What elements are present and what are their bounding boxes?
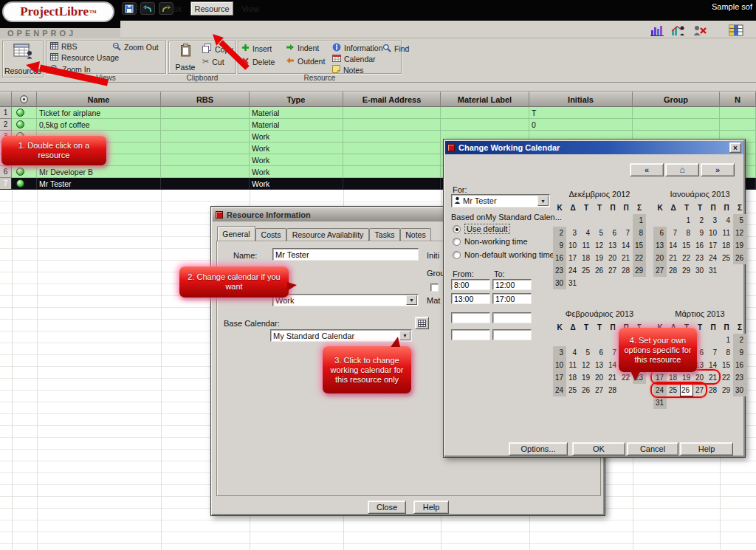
calendar-day[interactable]: 9 xyxy=(553,239,566,252)
cell-type[interactable]: Work xyxy=(250,178,343,190)
table-row[interactable]: 1Ticket for airplaneMaterialT xyxy=(0,107,756,119)
cut-button[interactable]: ✂ Cut xyxy=(202,57,224,66)
tab-view[interactable]: View xyxy=(235,1,266,16)
tab-costs[interactable]: Costs xyxy=(255,228,286,241)
calendar-day[interactable]: 25 xyxy=(720,252,733,264)
row-indicator-cell[interactable] xyxy=(12,107,37,119)
calendar-home-icon[interactable]: ⌂ xyxy=(665,163,699,176)
calendar-day[interactable]: 25 xyxy=(566,384,580,396)
calendar-day[interactable]: 27 xyxy=(606,264,619,277)
cell-group[interactable] xyxy=(633,119,720,131)
cell-email[interactable] xyxy=(343,131,441,142)
calendar-next-button[interactable]: » xyxy=(701,163,735,176)
calendar-day[interactable]: 23 xyxy=(693,252,707,264)
calendar-day[interactable]: 12 xyxy=(593,239,606,252)
calendar-day[interactable]: 29 xyxy=(720,384,733,396)
cell-material-label[interactable] xyxy=(441,107,529,119)
cell-name[interactable]: Ticket for airplane xyxy=(37,107,161,119)
calendar-day[interactable]: 25 xyxy=(580,264,593,277)
for-dropdown[interactable]: Mr Tester ▼ xyxy=(451,194,550,207)
cell-type[interactable]: Work xyxy=(250,142,343,154)
calendar-day[interactable]: 14 xyxy=(667,239,680,252)
to-time-input[interactable] xyxy=(492,279,532,290)
radio-non-default-working-time[interactable]: Non-default working time xyxy=(453,250,554,259)
close-icon[interactable]: × xyxy=(729,142,741,153)
calendar-day[interactable]: 10 xyxy=(566,239,580,252)
options-button[interactable]: Options... xyxy=(509,442,568,456)
to-time-input[interactable] xyxy=(492,312,532,323)
calendar-day[interactable]: 20 xyxy=(593,371,606,384)
remove-resource-icon[interactable] xyxy=(690,23,709,37)
calendar-day[interactable]: 2 xyxy=(693,214,707,227)
radio-icon[interactable] xyxy=(453,251,461,259)
calendar-day[interactable]: 19 xyxy=(580,371,593,384)
tab-general[interactable]: General xyxy=(217,226,255,241)
tab-notes[interactable]: Notes xyxy=(400,228,431,241)
tab-file[interactable]: File xyxy=(126,1,157,16)
header-n[interactable]: N xyxy=(720,92,756,107)
zoom-out-button[interactable]: Zoom Out xyxy=(112,42,159,52)
resource-usage-button[interactable]: Resource Usage xyxy=(50,53,119,62)
header-material[interactable]: Material Label xyxy=(441,92,529,107)
calendar-day[interactable]: 19 xyxy=(593,252,606,264)
calendar-prev-button[interactable]: « xyxy=(630,163,664,176)
header-email[interactable]: E-mail Address xyxy=(343,92,441,107)
calendar-day[interactable]: 7 xyxy=(667,227,680,239)
calendar-day[interactable]: 28 xyxy=(667,264,680,277)
calendar-day[interactable]: 23 xyxy=(553,264,566,277)
calendar-day[interactable]: 18 xyxy=(566,371,580,384)
calendar-day[interactable]: 31 xyxy=(566,277,580,289)
calendar-day[interactable]: 17 xyxy=(566,252,580,264)
calendar-day[interactable]: 30 xyxy=(693,264,707,277)
calendar-day[interactable]: 21 xyxy=(619,252,633,264)
calendar-day[interactable]: 7 xyxy=(619,227,633,239)
ok-button[interactable]: OK xyxy=(572,442,625,456)
row-number[interactable]: 1 xyxy=(0,107,12,119)
radio-icon[interactable] xyxy=(453,238,461,246)
calendar-day[interactable]: 18 xyxy=(720,239,733,252)
calendar-day[interactable]: 13 xyxy=(653,239,667,252)
resources-button[interactable]: Resources xyxy=(2,41,44,78)
cell-type[interactable]: Material xyxy=(250,107,343,119)
chevron-down-icon[interactable]: ▼ xyxy=(537,196,549,206)
calendar-day[interactable]: 30 xyxy=(733,384,746,396)
calendar-day[interactable]: 12 xyxy=(733,227,746,239)
cell-email[interactable] xyxy=(343,107,441,119)
calendar-day[interactable]: 22 xyxy=(633,252,646,264)
calendar-day[interactable]: 17 xyxy=(707,239,720,252)
calendar-day[interactable]: 26 xyxy=(733,252,746,264)
header-rbs[interactable]: RBS xyxy=(161,92,250,107)
calendar-day[interactable]: 9 xyxy=(693,227,707,239)
cell-rbs[interactable] xyxy=(161,107,250,119)
cell-email[interactable] xyxy=(343,154,441,166)
row-number[interactable]: 2 xyxy=(0,119,12,131)
edit-calendar-button[interactable] xyxy=(415,317,429,329)
close-button[interactable]: Close xyxy=(368,501,406,514)
cell-name[interactable]: Mr Tester xyxy=(37,178,161,190)
calendar-day[interactable]: 5 xyxy=(733,214,746,227)
calendar-day[interactable]: 21 xyxy=(606,371,619,384)
cell-rbs[interactable] xyxy=(161,166,250,178)
cell-rbs[interactable] xyxy=(161,119,250,131)
calendar-day[interactable]: 19 xyxy=(733,239,746,252)
calendar-day[interactable]: 5 xyxy=(580,346,593,359)
row-number[interactable]: 7 xyxy=(0,178,12,190)
from-time-input[interactable] xyxy=(451,279,490,290)
zoom-in-button[interactable]: Zoom In xyxy=(50,64,91,75)
calendar-day[interactable]: 8 xyxy=(720,346,733,359)
calendar-day[interactable]: 6 xyxy=(606,227,619,239)
calendar-day[interactable]: 3 xyxy=(707,214,720,227)
cell-name[interactable]: 0,5kg of coffee xyxy=(37,119,161,131)
cell-n[interactable] xyxy=(720,107,756,119)
calendar-day[interactable]: 28 xyxy=(619,264,633,277)
calendar-day[interactable]: 28 xyxy=(707,384,720,396)
header-name[interactable]: Name xyxy=(37,92,161,107)
calendar-day[interactable]: 12 xyxy=(580,359,593,371)
calendar-day[interactable]: 18 xyxy=(580,252,593,264)
calendar-day[interactable]: 4 xyxy=(720,214,733,227)
chevron-down-icon[interactable]: ▼ xyxy=(406,295,417,305)
calendar-day[interactable]: 15 xyxy=(633,239,646,252)
tab-task[interactable]: Task xyxy=(158,1,189,16)
cell-n[interactable] xyxy=(720,119,756,131)
calendar-day[interactable]: 7 xyxy=(707,346,720,359)
